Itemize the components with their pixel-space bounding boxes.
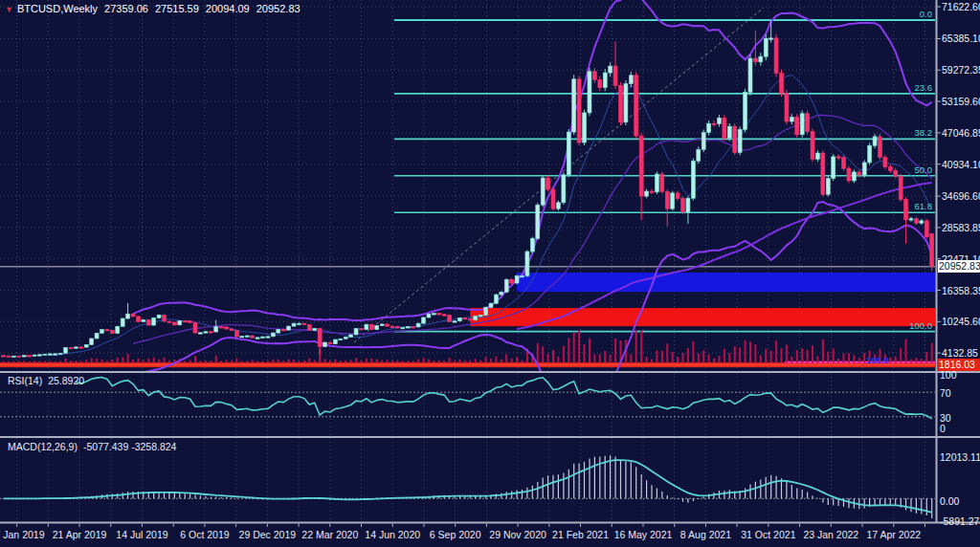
macd-indicator-label: MACD(12,26,9)-5077.439 -3258.824 [8,441,176,452]
price-axis-label: 40934.10 [942,159,980,170]
ohlc-high: 27515.59 [155,3,199,14]
ohlc-low: 20094.09 [206,3,250,14]
fib2-level-label: 100.0 [866,356,889,365]
macd-value: -5077.439 -3258.824 [83,441,177,452]
fib-level-label: 61.8 [892,202,932,211]
price-axis-label: 4132.85 [942,347,978,359]
fib-level-label: 50.0 [892,165,932,175]
price-axis-label: 59272.35 [942,64,980,76]
price-axis-label: 47046.85 [942,127,980,139]
macd-scale-label: -5891.275 [940,515,980,527]
price-axis-label: 34696.60 [942,190,980,202]
fib-level-label: 38.2 [892,128,932,138]
date-axis-label: 17 Apr 2022 [851,529,937,540]
fib-level-label: 23.6 [892,83,932,93]
price-axis-label: 53159.60 [942,96,980,107]
fib-level-label: 100.0 [892,321,932,331]
symbol-marker-icon: ▼ [5,5,13,14]
fib-level-label: 0.0 [892,10,932,19]
macd-scale-label: 12013.113 [940,451,980,463]
rsi-indicator-label: RSI(14)25.8920 [8,375,84,386]
symbol-period-label: BTCUSD,Weekly [17,3,98,14]
price-axis-label: 65385.10 [942,33,980,44]
ohlc-close: 20952.83 [256,3,301,14]
chart-window: ▼BTCUSD,Weekly27359.0627515.5920094.0920… [0,0,980,547]
price-axis-label: 28583.85 [942,222,980,233]
rsi-value: 25.8920 [48,375,84,386]
main-chart[interactable] [0,0,980,547]
price-axis-label: 16358.35 [942,285,980,296]
rsi-scale-label: 100 [940,369,957,381]
title-bar: ▼BTCUSD,Weekly27359.0627515.5920094.0920… [5,3,301,15]
rsi-scale-label: 30 [940,412,951,424]
current-price-chip: 20952.83 [938,260,980,273]
ohlc-open: 27359.06 [104,3,148,14]
price-axis-label: 10245.60 [942,316,980,327]
price-axis-label: 71622.60 [942,1,980,12]
rsi-scale-label: 0 [940,423,946,434]
rsi-scale-label: 70 [940,387,951,399]
macd-scale-label: 0.00 [940,495,959,507]
